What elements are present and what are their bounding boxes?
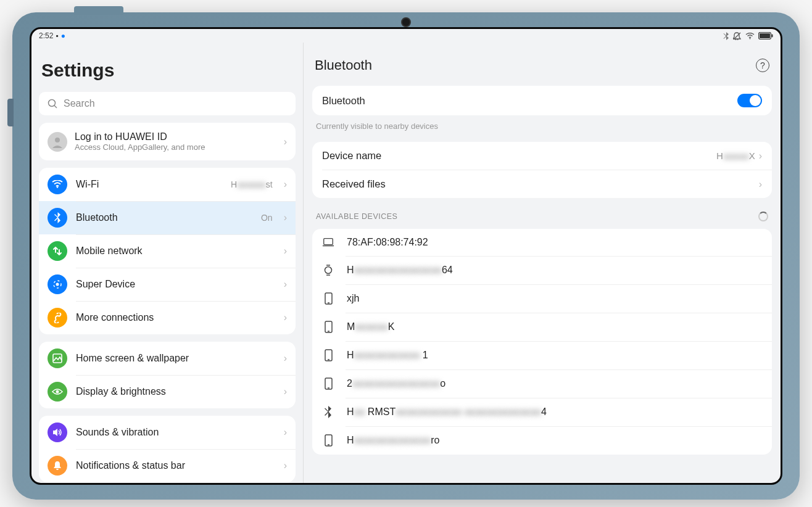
svg-rect-21 [325,378,332,389]
nav-more-label: More connections [76,312,275,323]
device-label: Haa RMSTaaaaaaaaaaaa aaaaaaaaaaaaaa4 [347,406,547,418]
wifi-status-icon [745,33,755,39]
chevron-right-icon: › [284,212,287,223]
device-name-row[interactable]: Device name HaaaaaX › [312,142,772,170]
available-devices-header: AVAILABLE DEVICES [312,198,772,229]
nav-display-label: Display & brightness [76,386,275,397]
device-row[interactable]: 78:AF:08:98:74:92 [312,229,772,256]
nav-bluetooth[interactable]: Bluetooth On › [39,201,296,234]
nav-mobile-network[interactable]: Mobile network › [39,234,296,268]
bluetooth-toggle-label: Bluetooth [322,95,737,107]
nav-mobile-label: Mobile network [76,245,275,257]
status-bar: 2:52 ▪ ● [31,29,781,43]
nav-notify-label: Notifications & status bar [76,460,275,471]
svg-point-1 [750,38,751,39]
chevron-right-icon: › [284,245,287,257]
device-row[interactable]: Haaaaaaaaaaaa 1 [312,341,772,369]
eye-icon [52,388,63,395]
chevron-right-icon: › [759,179,762,190]
bt-icon [322,406,334,418]
svg-rect-17 [325,321,332,332]
nav-super-label: Super Device [76,279,275,290]
svg-rect-19 [325,350,332,361]
received-files-label: Received files [322,178,759,190]
device-label: Haaaaaaaaaaaa 1 [347,350,428,361]
battery-status-icon [758,32,773,39]
status-time: 2:52 [39,31,53,40]
chevron-right-icon: › [284,312,287,323]
super-device-icon [52,279,63,290]
device-row[interactable]: Haaaaaaaaaaaaaaaa64 [312,256,772,284]
speaker-icon [52,428,62,437]
chevron-right-icon: › [759,150,762,162]
device-label: xjh [347,293,359,304]
nav-notifications[interactable]: Notifications & status bar › [39,449,296,482]
detail-title: Bluetooth [315,57,372,73]
bluetooth-icon [54,212,61,223]
nav-wifi-label: Wi-Fi [76,179,222,190]
wallpaper-icon [52,353,62,363]
screen: 2:52 ▪ ● Settings Search [30,27,782,485]
svg-rect-23 [325,435,332,446]
account-title: Log in to HUAWEI ID [75,131,276,142]
search-placeholder: Search [64,98,95,109]
phone-icon [322,349,334,361]
status-dot-icon: ● [61,31,65,40]
available-devices-label: AVAILABLE DEVICES [316,212,397,221]
search-input[interactable]: Search [39,92,296,115]
device-name-label: Device name [322,150,716,162]
device-label: Haaaaaaaaaaaaaaaa64 [347,265,453,276]
phone-icon [322,434,334,447]
device-list: 78:AF:08:98:74:92Haaaaaaaaaaaaaaaa64xjhM… [312,229,772,455]
link-icon [52,313,63,323]
nav-display-brightness[interactable]: Display & brightness › [39,375,296,408]
phone-icon [322,377,334,390]
huawei-id-row[interactable]: Log in to HUAWEI ID Access Cloud, AppGal… [39,123,296,160]
nav-home-label: Home screen & wallpaper [76,353,275,364]
chevron-right-icon: › [284,353,287,364]
nav-more-connections[interactable]: More connections › [39,301,296,334]
svg-point-8 [57,186,59,188]
nav-sounds-label: Sounds & vibration [76,427,275,438]
phone-icon [322,292,334,305]
svg-point-9 [56,283,59,286]
device-row[interactable]: MaaaaaaK [312,313,772,341]
chevron-right-icon: › [284,427,287,438]
nav-home-wallpaper[interactable]: Home screen & wallpaper › [39,342,296,375]
nav-bluetooth-label: Bluetooth [76,212,252,223]
visibility-hint: Currently visible to nearby devices [312,115,772,142]
svg-rect-13 [324,239,333,245]
device-row[interactable]: xjh [312,284,772,313]
status-indicator-icon: ▪ [56,31,58,40]
settings-sidebar: Settings Search Log in to HUAWEI ID Acce… [31,43,303,483]
bluetooth-toggle[interactable] [737,94,762,107]
bell-icon [53,461,62,471]
search-icon [48,99,57,109]
nav-super-device[interactable]: Super Device › [39,268,296,301]
svg-rect-3 [760,33,770,38]
received-files-row[interactable]: Received files › [312,170,772,198]
device-row[interactable]: Haaaaaaaaaaaaaaro [312,426,772,455]
svg-rect-15 [325,293,332,304]
nav-wifi[interactable]: Wi-Fi Haaaaaast › [39,168,296,201]
chevron-right-icon: › [284,136,287,147]
nav-sounds-vibration[interactable]: Sounds & vibration › [39,416,296,449]
front-camera [401,17,411,27]
svg-point-12 [56,390,59,394]
device-label: 78:AF:08:98:74:92 [347,237,428,248]
svg-rect-4 [772,35,773,38]
device-label: 2aaaaaaaaaaaaaaaao [347,378,445,389]
phone-icon [322,321,334,333]
detail-pane: Bluetooth ? Bluetooth Currently visible … [303,43,781,483]
account-subtitle: Access Cloud, AppGallery, and more [75,142,276,152]
nav-wifi-value: Haaaaaast [231,179,273,189]
watch-icon [322,264,334,276]
device-row[interactable]: 2aaaaaaaaaaaaaaaao [312,369,772,398]
tablet-device-frame: 2:52 ▪ ● Settings Search [12,12,800,500]
device-row[interactable]: Haa RMSTaaaaaaaaaaaa aaaaaaaaaaaaaa4 [312,398,772,426]
mobile-network-icon [52,246,62,256]
help-button[interactable]: ? [756,59,769,72]
chevron-right-icon: › [284,179,287,190]
wifi-icon [52,180,63,189]
bluetooth-toggle-row[interactable]: Bluetooth [312,86,772,115]
